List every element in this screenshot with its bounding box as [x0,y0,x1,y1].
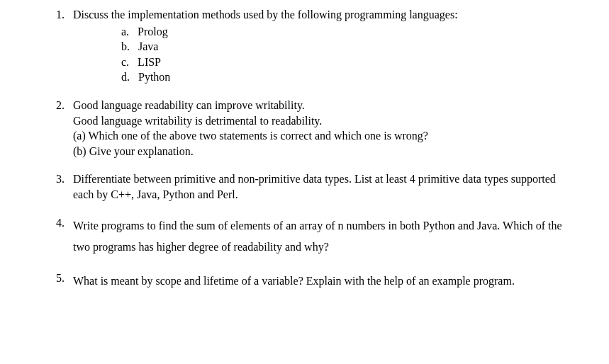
question-1: 1. Discuss the implementation methods us… [53,7,574,85]
sub-text: Prolog [138,24,168,40]
sub-item-b: b. Java [121,39,574,55]
question-4: 4. Write programs to find the sum of ele… [53,215,574,258]
question-line: Write programs to find the sum of elemen… [73,220,562,253]
question-number: 2. [53,98,73,159]
question-number: 4. [53,215,73,258]
question-body: Differentiate between primitive and non-… [73,171,574,202]
question-3: 3. Differentiate between primitive and n… [53,171,574,202]
question-2: 2. Good language readability can improve… [53,98,574,159]
sub-letter: c. [121,55,138,70]
question-line: Good language readability can improve wr… [73,98,574,113]
question-body: Write programs to find the sum of elemen… [73,215,574,258]
sub-letter: b. [121,39,138,55]
sub-text: Java [138,39,158,55]
question-line: (a) Which one of the above two statement… [73,128,574,144]
sub-item-d: d. Python [121,69,574,85]
question-line: Differentiate between primitive and non-… [73,171,574,202]
sub-list: a. Prolog b. Java c. LISP d. Python [121,24,574,85]
sub-letter: d. [121,69,138,85]
question-number: 5. [53,271,73,292]
sub-text: LISP [138,55,161,70]
question-body: Good language readability can improve wr… [73,98,574,159]
question-line: Good language writability is detrimental… [73,113,574,129]
sub-item-c: c. LISP [121,55,574,70]
question-prompt: Discuss the implementation methods used … [73,7,574,23]
question-line: (b) Give your explanation. [73,144,574,159]
question-body: What is meant by scope and lifetime of a… [73,271,574,292]
question-line: What is meant by scope and lifetime of a… [73,275,515,287]
sub-item-a: a. Prolog [121,24,574,40]
sub-text: Python [138,69,170,85]
question-5: 5. What is meant by scope and lifetime o… [53,271,574,292]
sub-letter: a. [121,24,138,40]
question-number: 3. [53,171,73,202]
question-body: Discuss the implementation methods used … [73,7,574,85]
question-number: 1. [53,7,73,85]
